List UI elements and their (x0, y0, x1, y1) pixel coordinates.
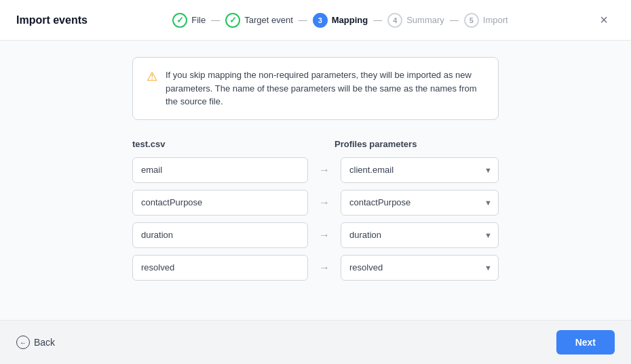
step-summary-number: 4 (393, 16, 397, 24)
mapping-row: → contactPurpose ▼ (132, 190, 499, 216)
next-button[interactable]: Next (556, 330, 615, 355)
source-field-duration[interactable] (132, 222, 308, 248)
target-column-header: Profiles parameters (329, 139, 499, 149)
step-file-label: File (191, 15, 206, 25)
back-arrow-icon: ← (20, 339, 26, 346)
target-select-wrapper-duration: duration ▼ (341, 222, 499, 248)
step-file-circle: ✓ (172, 13, 187, 28)
step-mapping-circle: 3 (313, 13, 328, 28)
page-title: Import events (16, 14, 88, 26)
target-select-wrapper-email: client.email ▼ (341, 157, 499, 183)
back-circle-icon: ← (16, 336, 30, 349)
step-mapping-label: Mapping (332, 15, 368, 25)
source-column-header: test.csv (132, 139, 297, 149)
alert-box: ⚠ If you skip mapping the non-required p… (132, 57, 499, 120)
step-target-check: ✓ (229, 15, 237, 25)
steps-nav: ✓ File — ✓ Target event — 3 Mapping — 4 … (172, 13, 508, 28)
mapping-row: → duration ▼ (132, 222, 499, 248)
footer: ← Back Next (0, 320, 631, 364)
arrow-button-resolved[interactable]: → (308, 255, 341, 281)
step-mapping: 3 Mapping (313, 13, 368, 28)
step-summary: 4 Summary (387, 13, 444, 28)
step-target-event: ✓ Target event (225, 13, 293, 28)
main-content: ⚠ If you skip mapping the non-required p… (0, 41, 631, 320)
step-connector-4: — (450, 15, 459, 25)
header: Import events ✓ File — ✓ Target event — … (0, 0, 631, 41)
step-summary-circle: 4 (387, 13, 402, 28)
step-connector-3: — (373, 15, 382, 25)
arrow-button-duration[interactable]: → (308, 222, 341, 248)
alert-text: If you skip mapping the non-required par… (166, 68, 484, 108)
close-icon: × (600, 12, 608, 28)
target-select-email[interactable]: client.email (341, 157, 499, 183)
step-import-label: Import (483, 15, 508, 25)
source-field-email[interactable] (132, 157, 308, 183)
step-target-circle: ✓ (225, 13, 240, 28)
source-field-resolved[interactable] (132, 255, 308, 281)
step-target-label: Target event (244, 15, 293, 25)
step-file-check: ✓ (176, 15, 184, 25)
target-select-duration[interactable]: duration (341, 222, 499, 248)
target-select-resolved[interactable]: resolved (341, 255, 499, 281)
warning-icon: ⚠ (147, 69, 157, 84)
mapping-row: → client.email ▼ (132, 157, 499, 183)
target-select-wrapper-resolved: resolved ▼ (341, 255, 499, 281)
arrow-button-email[interactable]: → (308, 157, 341, 183)
step-import-circle: 5 (464, 13, 479, 28)
mapping-section: test.csv Profiles parameters → client.em… (132, 139, 499, 281)
target-select-wrapper-contactpurpose: contactPurpose ▼ (341, 190, 499, 216)
mapping-row: → resolved ▼ (132, 255, 499, 281)
back-button[interactable]: ← Back (16, 336, 55, 349)
step-import: 5 Import (464, 13, 508, 28)
mapping-headers: test.csv Profiles parameters (132, 139, 499, 149)
target-select-contactpurpose[interactable]: contactPurpose (341, 190, 499, 216)
step-mapping-number: 3 (318, 16, 322, 24)
back-label: Back (34, 337, 55, 348)
arrow-button-contactpurpose[interactable]: → (308, 190, 341, 216)
close-button[interactable]: × (593, 9, 615, 31)
step-summary-label: Summary (406, 15, 444, 25)
step-connector-2: — (299, 15, 307, 25)
step-connector-1: — (211, 15, 220, 25)
step-file: ✓ File (172, 13, 206, 28)
step-import-number: 5 (470, 16, 474, 24)
source-field-contactpurpose[interactable] (132, 190, 308, 216)
